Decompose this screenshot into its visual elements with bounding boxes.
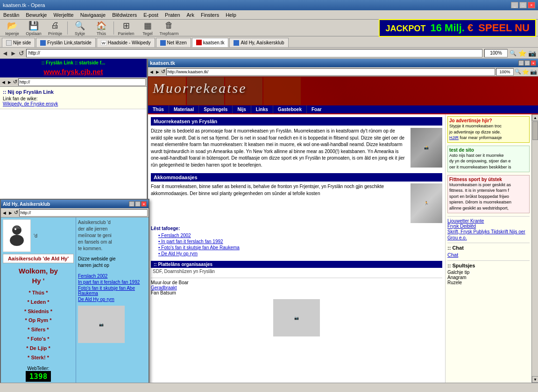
ald-hy-address[interactable]: [19, 209, 148, 217]
window-title: kaatsen.tk - Opera: [3, 2, 45, 8]
tab-kaatsen[interactable]: kaatsen.tk: [192, 38, 229, 47]
kaatsen-zoom[interactable]: [496, 68, 514, 76]
kaatsen-reload[interactable]: ↺: [161, 69, 165, 75]
kaatsen-footer-1: Muur-lour de Boar: [151, 280, 442, 285]
ald-hy-link-1[interactable]: In part fan it ferslach fan 1992: [78, 280, 147, 285]
kaatsen-minimize[interactable]: _: [518, 60, 524, 66]
kaatsen-bookmark-icon[interactable]: ⭐: [522, 69, 529, 75]
kaatsen-chat-link[interactable]: Chat: [447, 252, 530, 258]
bookmark-icon[interactable]: ⭐: [518, 49, 526, 57]
menu-help[interactable]: Help: [224, 12, 238, 18]
reload-button[interactable]: ↺: [19, 49, 24, 57]
ald-hy-back[interactable]: ◄: [2, 210, 7, 216]
search-button[interactable]: 🔍 Sykje: [70, 20, 90, 36]
save-icon: 💾: [28, 20, 39, 31]
kaatsen-tab-spulregels[interactable]: Spulregels: [199, 105, 233, 113]
address-input[interactable]: [26, 49, 482, 57]
close-button[interactable]: ×: [528, 2, 535, 8]
fryslan-reload[interactable]: ↺: [13, 79, 17, 85]
tab-netlezen[interactable]: Net lêzen: [156, 38, 191, 47]
fryslan-forward[interactable]: ►: [7, 79, 12, 85]
kaatsen-akk-image: 🏃: [411, 183, 442, 223]
minimize-button[interactable]: _: [511, 2, 518, 8]
svg-point-3: [14, 228, 16, 230]
kaatsen-spultsjes-list: Galchje tip Anagram Ruzele: [447, 270, 530, 285]
forward-button[interactable]: ►: [10, 49, 17, 57]
ald-hy-minimize[interactable]: _: [129, 201, 134, 207]
kaatsen-ljouwert-link[interactable]: Ljouwetter Krante: [447, 218, 530, 224]
kaatsen-link-part[interactable]: • In part fan it ferslach fan 1992: [158, 239, 442, 244]
kaatsen-camera-icon[interactable]: 📷: [530, 69, 537, 75]
kaatsen-close[interactable]: ×: [531, 60, 536, 66]
kaatsen-lest-label: Lêst tafoege:: [151, 226, 442, 231]
menu-praten[interactable]: Praten: [163, 12, 181, 18]
kaatsen-main-text-area: 📸 Dizze site is bedoeld as promoasje foa…: [151, 128, 442, 168]
menu-navigaasje[interactable]: Navigaasje: [79, 12, 107, 18]
kaatsen-tab-thus[interactable]: Thús: [148, 105, 169, 113]
tab-aldhy[interactable]: Ald Hy, Aaísikersklub: [229, 38, 288, 47]
menu-bewurkje[interactable]: Bewurkje: [24, 12, 48, 18]
zoom-input[interactable]: [484, 49, 508, 57]
kaatsen-skrift-link[interactable]: Skrift, Frysk Publyks Tiidskrift Nijs oe…: [447, 229, 530, 241]
ald-hy-webteller: WebTeller: 1398: [3, 366, 74, 382]
open-button[interactable]: 📂 Iepenje: [2, 20, 22, 36]
save-button[interactable]: 💾 Opslaan: [23, 20, 44, 36]
camera-icon[interactable]: 📷: [528, 49, 536, 57]
maximize-button[interactable]: □: [519, 2, 527, 8]
kaatsen-test-body: Asto nijs hast oer it muorreke dy yn de …: [449, 153, 528, 170]
kaatsen-address-input[interactable]: [166, 68, 495, 76]
ald-hy-link-3[interactable]: De Ald Hy op rym: [78, 297, 147, 302]
ald-hy-close[interactable]: ×: [141, 201, 147, 207]
ald-hy-menu: * Thús * * Leden * * Skiednis * * Op Rym…: [3, 288, 74, 362]
menu-werjeltte[interactable]: Werjeltte: [52, 12, 75, 18]
kaatsen-tab-materiaal[interactable]: Materiaal: [169, 105, 199, 113]
fryslan-url[interactable]: www.frysk.cjb.net: [44, 68, 103, 76]
kaatsen-scrollbar[interactable]: ▲ ▼: [531, 114, 538, 383]
ald-hy-link-0[interactable]: Ferslach 2002: [78, 273, 147, 279]
kaatsen-ad-box: Jo advertinsje hjir? Stypje it muorrekea…: [447, 116, 530, 143]
back-button[interactable]: ◄: [2, 49, 8, 57]
trash-button[interactable]: 🗑 Trepfoarm: [159, 20, 179, 36]
ald-hy-maximize[interactable]: □: [135, 201, 141, 207]
kaatsen-tab-links[interactable]: Links: [251, 105, 273, 113]
kaatsen-link-ferslach[interactable]: • Ferslach 2002: [158, 233, 442, 238]
fryslan-wike-link[interactable]: Wikipedy, de Fryske ensyk: [3, 101, 144, 106]
kaatsen-forward[interactable]: ►: [155, 69, 160, 75]
tab-new[interactable]: Nije side: [2, 38, 35, 47]
menu-bestan[interactable]: Bestân: [2, 12, 21, 18]
print-button[interactable]: 🖨 Printsje: [45, 20, 65, 36]
kaatsen-tab-foar[interactable]: Foar: [307, 105, 326, 113]
search-icon: 🔍: [74, 20, 85, 31]
kaatsen-maximize[interactable]: □: [524, 60, 530, 66]
kaatsen-ad-link[interactable]: HJIR: [449, 135, 459, 140]
menu-bledwizers[interactable]: Blêdwizers: [111, 12, 138, 18]
ald-hy-reload[interactable]: ↺: [14, 210, 18, 216]
kaatsen-link-rym[interactable]: • De Ald Hy op rym: [158, 251, 442, 256]
scroll-down-btn[interactable]: ▼: [532, 376, 538, 383]
kaatsen-link-fotos[interactable]: • Foto's fan it skutsje fan Abe Raukema: [158, 245, 442, 250]
kaatsen-tab-nijs[interactable]: Nijs: [233, 105, 251, 113]
kaatsen-back[interactable]: ◄: [149, 69, 154, 75]
home-button[interactable]: 🏠 Thús: [91, 20, 112, 36]
kaatsen-tab-gasteboek[interactable]: Gasteboek: [273, 105, 307, 113]
ald-hy-wolkom: Wolkom, byHy ': [3, 266, 74, 286]
panels-button[interactable]: ⊞ Panielen: [116, 20, 136, 36]
kaatsen-header-title: Muorrekeatse: [153, 80, 247, 96]
menu-finsters[interactable]: Finsters: [199, 12, 220, 18]
scroll-up-btn[interactable]: ▲: [532, 114, 538, 121]
ald-hy-forward[interactable]: ►: [8, 210, 13, 216]
menu-epost[interactable]: E-post: [142, 12, 160, 18]
ald-hy-logo-area: 'd: [3, 219, 74, 252]
ald-hy-link-2[interactable]: Foto's fan it skutsje fan Abe Raukema: [78, 286, 147, 296]
fryslan-address[interactable]: [18, 78, 146, 86]
menu-ark[interactable]: Ark: [185, 12, 196, 18]
scroll-thumb[interactable]: [532, 121, 538, 140]
jackpot-banner[interactable]: JACKPOT 16 Milj. € SPEEL NU: [379, 19, 536, 37]
kaatsen-frysk-deibled-link[interactable]: Frysk Deiblêd: [447, 224, 530, 229]
tab-fryslan[interactable]: Fryslân Link,startside: [36, 38, 95, 47]
fryslan-back[interactable]: ◄: [1, 79, 6, 85]
kaatsen-bottom-img-placeholder: 📷: [294, 316, 299, 320]
ald-hy-club-name-box: Aaísikersclub 'de Ald Hy': [3, 254, 74, 263]
tile-button[interactable]: ▦ Tegel: [137, 20, 158, 36]
tab-wikipedia[interactable]: W Haadside - Wikipedy: [97, 38, 155, 47]
